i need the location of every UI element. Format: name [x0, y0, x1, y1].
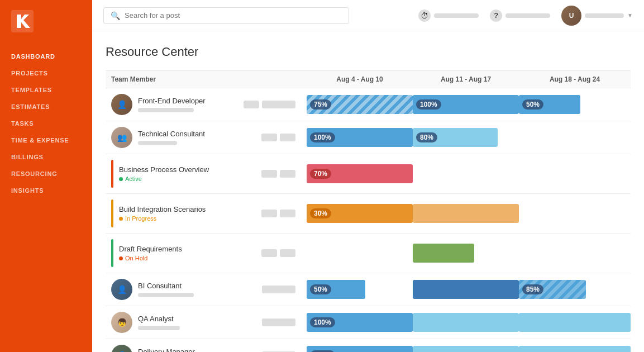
- status-dot: [119, 177, 123, 181]
- member-tags: [262, 318, 301, 326]
- timer-icon[interactable]: ⏱: [418, 9, 431, 22]
- project-name: Build Integration Scenarios: [119, 205, 206, 213]
- gantt-cell: 100%: [307, 121, 413, 154]
- gantt-bar: [413, 204, 519, 223]
- header-right: ⏱ ? U ▼: [418, 6, 633, 26]
- sidebar-item-time-expense[interactable]: Time & Expense: [0, 132, 92, 149]
- gantt-percent: 70%: [310, 169, 331, 179]
- help-icon[interactable]: ?: [490, 9, 502, 22]
- gantt-cell: [413, 306, 519, 339]
- page-title: Resource Center: [106, 45, 631, 59]
- member-sub: [138, 108, 194, 112]
- gantt-bar: 50%: [519, 95, 580, 114]
- search-icon: 🔍: [111, 11, 120, 20]
- gantt-bar: 50%: [307, 280, 365, 299]
- project-tags: [261, 210, 301, 217]
- member-name: QA Analyst: [138, 315, 256, 323]
- gantt-bar: [519, 346, 631, 352]
- gantt-bar: 100%: [307, 313, 413, 332]
- gantt-bar: 80%: [413, 128, 498, 147]
- gantt-bar: 100%: [307, 128, 413, 147]
- sidebar-item-estimates[interactable]: Estimates: [0, 98, 92, 115]
- member-name: Front-End Developer: [138, 97, 238, 105]
- member-tags: [244, 101, 301, 108]
- gantt-cell: [519, 339, 631, 353]
- avatar: 👤: [111, 279, 132, 300]
- header: 🔍 ⏱ ? U ▼: [92, 0, 644, 31]
- project-stripe: [111, 160, 113, 188]
- gantt-bar: [413, 280, 519, 299]
- gantt-bar: 100%: [413, 95, 519, 114]
- sidebar-item-insights[interactable]: Insights: [0, 182, 92, 199]
- table-row: Draft Requirements On Hold: [106, 234, 631, 273]
- table-row: 👤 Delivery Manager: [106, 339, 631, 353]
- sidebar-nav: Dashboard Projects Templates Estimates T…: [0, 42, 92, 199]
- sidebar-item-billings[interactable]: Billings: [0, 149, 92, 165]
- table-row: 👤 BI Consultant: [106, 273, 631, 306]
- project-status: On Hold: [119, 255, 182, 261]
- member-name: Delivery Manager: [138, 348, 256, 352]
- sidebar-item-tasks[interactable]: Tasks: [0, 115, 92, 132]
- project-tags: [261, 249, 301, 257]
- sidebar-item-resourcing[interactable]: Resourcing: [0, 165, 92, 182]
- project-stripe: [111, 199, 113, 227]
- gantt-bar: [413, 313, 519, 332]
- gantt-percent: 30%: [310, 208, 331, 218]
- notifications-group: ⏱: [418, 9, 479, 22]
- gantt-bar: 30%: [307, 204, 413, 223]
- gantt-cell: 50%: [307, 273, 413, 306]
- status-label: On Hold: [125, 255, 147, 261]
- project-name: Draft Requirements: [119, 245, 182, 253]
- gantt-cell: 50%: [519, 88, 631, 121]
- gantt-percent: 85%: [522, 284, 543, 294]
- gantt-percent: 100%: [310, 132, 335, 142]
- resource-table: Team Member Aug 4 - Aug 10 Aug 11 - Aug …: [106, 70, 631, 352]
- header-bar-1: [434, 13, 479, 18]
- sidebar-item-dashboard[interactable]: Dashboard: [0, 48, 92, 65]
- gantt-percent: 80%: [416, 132, 437, 142]
- table-row: 👦 QA Analyst: [106, 306, 631, 339]
- project-status: In Progress: [119, 215, 206, 222]
- gantt-percent: 50%: [522, 99, 543, 110]
- gantt-cell: [413, 234, 519, 273]
- gantt-cell: [413, 273, 519, 306]
- member-sub: [138, 293, 194, 297]
- member-tags: [261, 134, 301, 141]
- gantt-cell: 80%: [413, 121, 519, 154]
- member-sub: [138, 141, 177, 145]
- gantt-cell: [519, 306, 631, 339]
- logo[interactable]: [0, 0, 92, 42]
- sidebar-item-templates[interactable]: Templates: [0, 82, 92, 98]
- gantt-percent: 100%: [310, 317, 335, 327]
- search-input[interactable]: [125, 11, 342, 20]
- status-dot: [119, 217, 123, 221]
- member-name: Technical Consultant: [138, 130, 256, 138]
- col-header-week1: Aug 4 - Aug 10: [307, 71, 413, 88]
- gantt-bar: [413, 346, 519, 352]
- content: Resource Center Team Member Aug 4 - Aug …: [92, 31, 644, 352]
- col-header-week2: Aug 11 - Aug 17: [413, 71, 519, 88]
- gantt-cell: [519, 121, 631, 154]
- col-header-week3: Aug 18 - Aug 24: [519, 71, 631, 88]
- table-row: Business Process Overview Active: [106, 154, 631, 194]
- member-name: BI Consultant: [138, 282, 256, 290]
- table-row: 👤 Front-End Developer: [106, 88, 631, 121]
- project-status: Active: [119, 175, 209, 182]
- member-sub: [138, 326, 180, 330]
- member-tags: [262, 286, 301, 293]
- avatar: 👥: [111, 127, 132, 148]
- gantt-cell: [519, 234, 631, 273]
- gantt-percent: 75%: [310, 99, 331, 110]
- user-group: U ▼: [561, 6, 633, 26]
- gantt-cell: [519, 154, 631, 194]
- status-label: In Progress: [125, 215, 156, 222]
- search-bar[interactable]: 🔍: [103, 7, 349, 24]
- sidebar-item-projects[interactable]: Projects: [0, 65, 92, 82]
- gantt-cell: [519, 194, 631, 234]
- user-avatar[interactable]: U: [561, 6, 581, 26]
- gantt-bar: [413, 244, 474, 263]
- project-name: Business Process Overview: [119, 165, 209, 174]
- user-dropdown-icon[interactable]: ▼: [627, 12, 633, 18]
- header-bar-3: [585, 13, 624, 18]
- status-label: Active: [125, 175, 142, 182]
